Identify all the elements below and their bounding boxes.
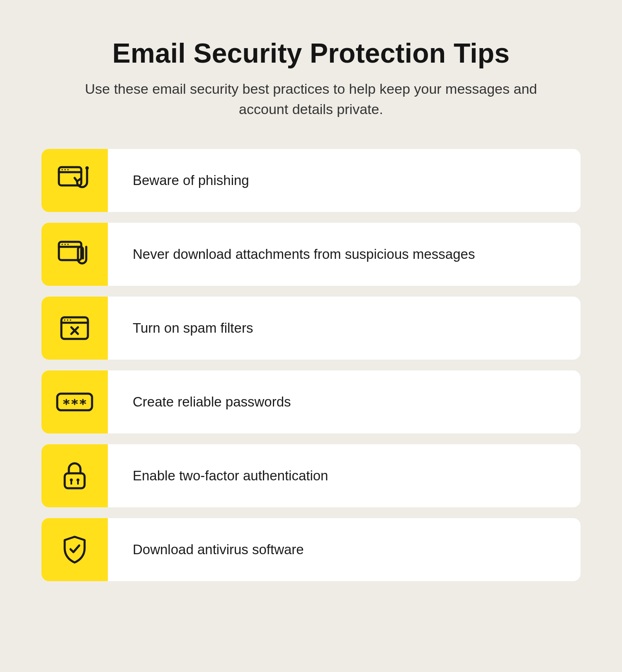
tip-label: Create reliable passwords	[108, 370, 581, 433]
header: Email Security Protection Tips Use these…	[41, 37, 581, 120]
page-subtitle: Use these email security best practices …	[83, 79, 539, 120]
svg-point-8	[61, 243, 63, 245]
svg-rect-11	[61, 317, 88, 339]
svg-point-9	[64, 243, 66, 245]
tip-label: Never download attachments from suspicio…	[108, 223, 581, 286]
password-icon	[41, 370, 108, 433]
tip-item: Turn on spam filters	[41, 297, 581, 360]
tip-label: Enable two-factor authentication	[108, 444, 581, 507]
svg-rect-21	[70, 481, 72, 485]
shield-icon	[41, 518, 108, 581]
svg-rect-19	[65, 473, 85, 488]
tip-label: Turn on spam filters	[108, 297, 581, 360]
svg-point-13	[64, 319, 65, 320]
tip-item: Create reliable passwords	[41, 370, 581, 433]
tip-item: Download antivirus software	[41, 518, 581, 581]
svg-rect-23	[77, 481, 79, 485]
lock-icon	[41, 444, 108, 507]
tip-item: Beware of phishing	[41, 149, 581, 212]
tip-item: Never download attachments from suspicio…	[41, 223, 581, 286]
attachment-icon	[41, 223, 108, 286]
tips-list: Beware of phishing Never download attach…	[41, 149, 581, 581]
tip-label: Beware of phishing	[108, 149, 581, 212]
tip-label: Download antivirus software	[108, 518, 581, 581]
svg-point-14	[67, 319, 68, 320]
svg-point-4	[67, 169, 68, 170]
phishing-icon	[41, 149, 108, 212]
tip-item: Enable two-factor authentication	[41, 444, 581, 507]
svg-point-15	[70, 319, 71, 320]
svg-point-3	[64, 169, 66, 170]
svg-point-10	[67, 243, 68, 245]
page-title: Email Security Protection Tips	[41, 37, 581, 69]
svg-point-2	[61, 169, 63, 170]
svg-point-5	[85, 166, 89, 170]
spam-icon	[41, 297, 108, 360]
